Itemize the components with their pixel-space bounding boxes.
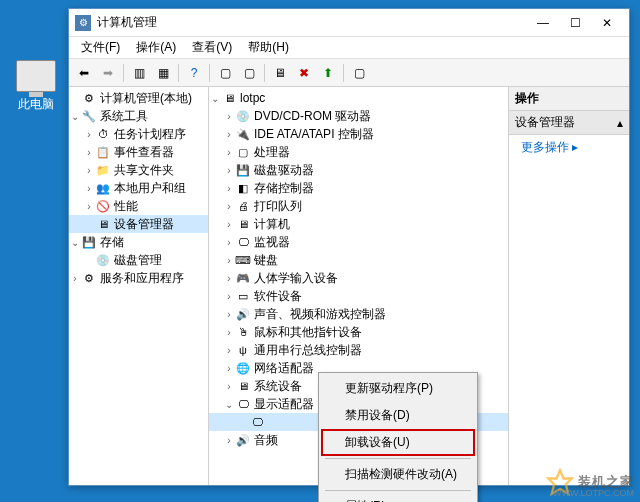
display-icon: 🖵: [235, 396, 251, 412]
show-hide-tree-button[interactable]: ▥: [128, 62, 150, 84]
tree-performance[interactable]: ›🚫性能: [69, 197, 208, 215]
tree-storage[interactable]: ⌄💾存储: [69, 233, 208, 251]
scan-hardware-button[interactable]: 🖥: [269, 62, 291, 84]
help-button[interactable]: ?: [183, 62, 205, 84]
device-disk[interactable]: ›💾磁盘驱动器: [209, 161, 508, 179]
tree-disk-mgmt[interactable]: 💿磁盘管理: [69, 251, 208, 269]
window-title: 计算机管理: [97, 14, 527, 31]
ctx-properties[interactable]: 属性(R): [321, 493, 475, 502]
device-monitor[interactable]: ›🖵监视器: [209, 233, 508, 251]
ctx-update-driver[interactable]: 更新驱动程序(P): [321, 375, 475, 402]
ctx-scan-hardware[interactable]: 扫描检测硬件改动(A): [321, 461, 475, 488]
actions-pane: 操作 设备管理器▴ 更多操作 ▸: [509, 87, 629, 485]
device-usb[interactable]: ›ψ通用串行总线控制器: [209, 341, 508, 359]
keyboard-icon: ⌨: [235, 252, 251, 268]
toolbar-button[interactable]: ▢: [238, 62, 260, 84]
network-icon: 🌐: [235, 360, 251, 376]
dvd-icon: 💿: [235, 108, 251, 124]
device-print[interactable]: ›🖨打印队列: [209, 197, 508, 215]
users-icon: 👥: [95, 180, 111, 196]
mouse-icon: 🖱: [235, 324, 251, 340]
event-icon: 📋: [95, 144, 111, 160]
tree-services[interactable]: ›⚙服务和应用程序: [69, 269, 208, 287]
menu-help[interactable]: 帮助(H): [240, 37, 297, 58]
tree-device-manager[interactable]: 🖥设备管理器: [69, 215, 208, 233]
menu-separator: [325, 490, 471, 491]
display-icon: 🖵: [249, 414, 265, 430]
disk-icon: 💾: [235, 162, 251, 178]
minimize-button[interactable]: —: [527, 12, 559, 34]
audio-icon: 🔊: [235, 432, 251, 448]
maximize-button[interactable]: ☐: [559, 12, 591, 34]
tree-event-viewer[interactable]: ›📋事件查看器: [69, 143, 208, 161]
device-ide[interactable]: ›🔌IDE ATA/ATAPI 控制器: [209, 125, 508, 143]
tree-local-users[interactable]: ›👥本地用户和组: [69, 179, 208, 197]
menubar: 文件(F) 操作(A) 查看(V) 帮助(H): [69, 37, 629, 59]
properties-button[interactable]: ▦: [152, 62, 174, 84]
device-cpu[interactable]: ›▢处理器: [209, 143, 508, 161]
tree-system-tools[interactable]: ⌄🔧系统工具: [69, 107, 208, 125]
storage-icon: 💾: [81, 234, 97, 250]
ctx-disable-device[interactable]: 禁用设备(D): [321, 402, 475, 429]
more-actions[interactable]: 更多操作 ▸: [509, 135, 629, 160]
watermark: 装机之家 WWW.LOTPC.COM: [546, 468, 634, 496]
device-storage-ctrl[interactable]: ›◧存储控制器: [209, 179, 508, 197]
computer-icon: 🖥: [235, 216, 251, 232]
left-tree-pane[interactable]: ⚙计算机管理(本地) ⌄🔧系统工具 ›⏱任务计划程序 ›📋事件查看器 ›📁共享文…: [69, 87, 209, 485]
cpu-icon: ▢: [235, 144, 251, 160]
watermark-url: WWW.LOTPC.COM: [553, 488, 634, 498]
menu-file[interactable]: 文件(F): [73, 37, 128, 58]
toolbar-button[interactable]: ▢: [214, 62, 236, 84]
tools-icon: 🔧: [81, 108, 97, 124]
toolbar: ⬅ ➡ ▥ ▦ ? ▢ ▢ 🖥 ✖ ⬆ ▢: [69, 59, 629, 87]
desktop-this-pc[interactable]: 此电脑: [8, 60, 64, 113]
actions-group[interactable]: 设备管理器▴: [509, 111, 629, 135]
device-keyboard[interactable]: ›⌨键盘: [209, 251, 508, 269]
menu-view[interactable]: 查看(V): [184, 37, 240, 58]
computer-icon: 🖥: [221, 90, 237, 106]
menu-separator: [325, 458, 471, 459]
toolbar-button[interactable]: ⬆: [317, 62, 339, 84]
ctx-uninstall-device[interactable]: 卸载设备(U): [321, 429, 475, 456]
device-icon: 🖥: [95, 216, 111, 232]
tree-root[interactable]: ⚙计算机管理(本地): [69, 89, 208, 107]
device-computer[interactable]: ›🖥计算机: [209, 215, 508, 233]
management-icon: ⚙: [81, 90, 97, 106]
system-icon: 🖥: [235, 378, 251, 394]
hid-icon: 🎮: [235, 270, 251, 286]
services-icon: ⚙: [81, 270, 97, 286]
device-root[interactable]: ⌄🖥lotpc: [209, 89, 508, 107]
separator: [123, 64, 124, 82]
app-icon: ⚙: [75, 15, 91, 31]
collapse-icon: ▴: [617, 116, 623, 130]
device-dvd[interactable]: ›💿DVD/CD-ROM 驱动器: [209, 107, 508, 125]
device-hid[interactable]: ›🎮人体学输入设备: [209, 269, 508, 287]
separator: [343, 64, 344, 82]
close-button[interactable]: ✕: [591, 12, 623, 34]
toolbar-button[interactable]: ▢: [348, 62, 370, 84]
device-mouse[interactable]: ›🖱鼠标和其他指针设备: [209, 323, 508, 341]
back-button[interactable]: ⬅: [73, 62, 95, 84]
menu-action[interactable]: 操作(A): [128, 37, 184, 58]
device-software[interactable]: ›▭软件设备: [209, 287, 508, 305]
actions-header: 操作: [509, 87, 629, 111]
storage-icon: ◧: [235, 180, 251, 196]
uninstall-button[interactable]: ✖: [293, 62, 315, 84]
separator: [209, 64, 210, 82]
device-sound[interactable]: ›🔊声音、视频和游戏控制器: [209, 305, 508, 323]
tree-task-scheduler[interactable]: ›⏱任务计划程序: [69, 125, 208, 143]
tree-shared-folders[interactable]: ›📁共享文件夹: [69, 161, 208, 179]
separator: [264, 64, 265, 82]
titlebar[interactable]: ⚙ 计算机管理 — ☐ ✕: [69, 9, 629, 37]
this-pc-label: 此电脑: [8, 96, 64, 113]
monitor-icon: 🖵: [235, 234, 251, 250]
perf-icon: 🚫: [95, 198, 111, 214]
chevron-right-icon: ▸: [572, 140, 578, 154]
window-controls: — ☐ ✕: [527, 12, 623, 34]
folder-icon: 📁: [95, 162, 111, 178]
software-icon: ▭: [235, 288, 251, 304]
usb-icon: ψ: [235, 342, 251, 358]
separator: [178, 64, 179, 82]
printer-icon: 🖨: [235, 198, 251, 214]
forward-button[interactable]: ➡: [97, 62, 119, 84]
